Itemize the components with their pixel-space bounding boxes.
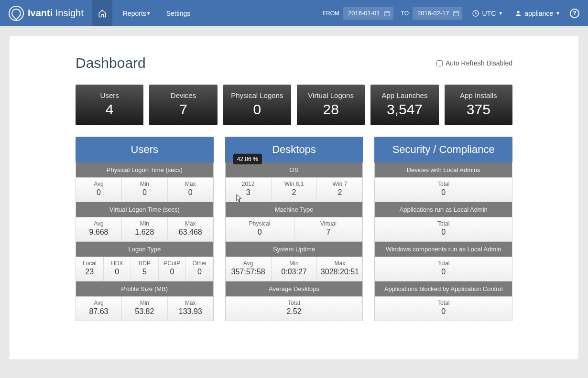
page-title: Dashboard	[76, 55, 146, 71]
uptime-title: System Uptime	[225, 242, 363, 257]
brand-logo[interactable]: Ivanti Insight	[9, 6, 84, 21]
navbar: Ivanti Insight Reports ▼ Settings FROM 2…	[0, 0, 588, 26]
user-icon	[514, 10, 522, 17]
auto-refresh-label: Auto Refresh Disabled	[446, 59, 512, 67]
user-menu[interactable]: appliance ▼	[509, 10, 566, 17]
profile-title: Profile Size (MB)	[76, 281, 214, 297]
chevron-down-icon: ▼	[498, 11, 503, 16]
desktops-column: Desktops 42.86 % OS 2012 3 Win 8.12 Win …	[225, 137, 363, 321]
tile-devices[interactable]: Devices7	[149, 85, 217, 125]
virt-logon-row[interactable]: Avg9.668 Min1.628 Max63.468	[76, 217, 214, 242]
chevron-down-icon: ▼	[146, 11, 151, 16]
users-column: Users Physical Logon Time (secs) Avg0 Mi…	[76, 137, 214, 321]
summary-tiles: Users4 Devices7 Physical Logons0 Virtual…	[76, 85, 512, 125]
svg-point-3	[517, 11, 519, 13]
phys-logon-row[interactable]: Avg0 Min0 Max0	[76, 178, 214, 202]
blocked-title: Applications blocked by Application Cont…	[374, 281, 512, 297]
tile-app-launches[interactable]: App Launches3,547	[370, 85, 438, 125]
users-header[interactable]: Users	[76, 137, 214, 162]
timezone-selector[interactable]: UTC ▼	[466, 10, 509, 17]
local-admins-title: Devices with Local Admins	[374, 162, 512, 178]
brand-text: Ivanti Insight	[28, 8, 84, 19]
date-from-input[interactable]: 2016-01-01	[343, 7, 393, 20]
win-admin-row[interactable]: Total0	[374, 257, 512, 281]
apps-admin-row[interactable]: Total0	[374, 217, 512, 242]
main-content: Dashboard Auto Refresh Disabled Users4 D…	[10, 36, 578, 359]
calendar-icon	[384, 10, 391, 17]
brand-icon	[9, 6, 24, 21]
tile-virtual-logons[interactable]: Virtual Logons28	[297, 85, 365, 125]
help-button[interactable]: ?	[570, 9, 579, 18]
auto-refresh-checkbox[interactable]	[436, 60, 443, 66]
profile-row[interactable]: Avg87.63 Min53.82 Max133.93	[76, 297, 214, 321]
local-admins-row[interactable]: Total0	[374, 178, 512, 202]
blocked-row[interactable]: Total0	[374, 297, 512, 321]
avg-desktops-title: Average Desktops	[225, 281, 363, 297]
os-row[interactable]: 2012 3 Win 8.12 Win 72	[225, 178, 363, 202]
machine-row[interactable]: Physical0 Virtual7	[225, 217, 363, 242]
logon-type-row[interactable]: Local23 HDX0 RDP5 PCoIP0 Other0	[76, 257, 214, 281]
phys-logon-title: Physical Logon Time (secs)	[76, 162, 214, 178]
clock-icon	[472, 10, 479, 17]
os-tooltip: 42.86 %	[233, 154, 262, 164]
nav-settings[interactable]: Settings	[159, 0, 198, 26]
win-admin-title: Windows components run as Local Admin	[374, 242, 512, 257]
home-icon	[98, 9, 107, 18]
to-label: TO	[401, 10, 409, 17]
home-button[interactable]	[92, 0, 112, 26]
svg-rect-0	[384, 11, 390, 16]
chevron-down-icon: ▼	[555, 11, 560, 16]
auto-refresh-toggle[interactable]: Auto Refresh Disabled	[436, 59, 512, 67]
nav-reports[interactable]: Reports ▼	[115, 0, 159, 26]
os-title: 42.86 % OS	[225, 162, 363, 178]
calendar-icon	[453, 10, 459, 17]
avg-desktops-row[interactable]: Total2.52	[225, 297, 363, 321]
date-to-input[interactable]: 2016-02-17	[413, 7, 463, 20]
apps-admin-title: Applications run as Local Admin	[374, 202, 512, 217]
uptime-row[interactable]: Avg357:57:58 Min0:03:27 Max3028:20:51	[225, 257, 363, 281]
svg-rect-1	[454, 11, 459, 16]
machine-title: Machine Type	[225, 202, 363, 217]
virt-logon-title: Virtual Logon Time (secs)	[76, 202, 214, 217]
tile-app-installs[interactable]: App Installs375	[445, 85, 512, 125]
os-2012-cell[interactable]: 2012 3	[226, 178, 272, 202]
tile-physical-logons[interactable]: Physical Logons0	[223, 85, 291, 125]
security-column: Security / Compliance Devices with Local…	[374, 137, 512, 321]
tile-users[interactable]: Users4	[76, 85, 143, 125]
security-header[interactable]: Security / Compliance	[374, 137, 512, 162]
from-label: FROM	[323, 10, 339, 17]
logon-type-title: Logon Type	[76, 242, 214, 257]
